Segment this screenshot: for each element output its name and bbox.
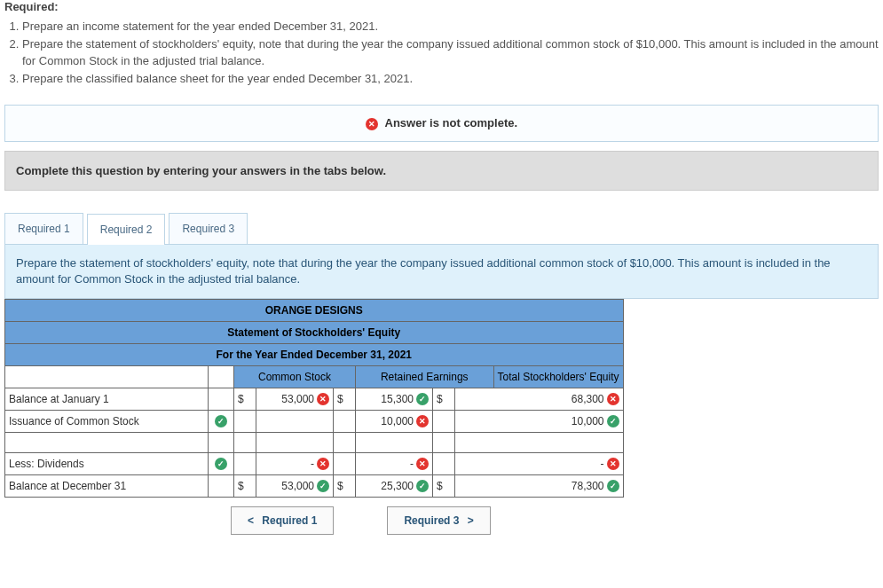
- correct-icon: [416, 393, 429, 405]
- tot-value: 68,300: [459, 393, 604, 405]
- wrong-icon: [317, 393, 329, 405]
- tot-value-cell[interactable]: -: [455, 452, 624, 474]
- tabs-instruction: Complete this question by entering your …: [4, 151, 879, 191]
- cs-value: -: [260, 458, 314, 470]
- re-value-cell[interactable]: -: [356, 452, 433, 474]
- row-label[interactable]: Less: Dividends: [5, 452, 209, 474]
- re-value-cell[interactable]: 10,000: [356, 410, 433, 432]
- instruction-3: Prepare the classified balance sheet for…: [22, 70, 879, 88]
- tot-currency: $: [433, 474, 455, 497]
- table-row: Balance at January 1 $ 53,000 $ 15,300 $…: [5, 388, 624, 410]
- re-value-cell[interactable]: 15,300: [356, 388, 433, 410]
- cs-value-cell[interactable]: 53,000: [256, 388, 334, 410]
- cs-value: 53,000: [260, 480, 314, 492]
- table-row-blank: [5, 432, 624, 452]
- row-status: [209, 388, 234, 410]
- next-label: Required 3: [404, 514, 459, 527]
- re-value-cell[interactable]: 25,300: [356, 474, 433, 497]
- row-label[interactable]: Balance at January 1: [5, 388, 209, 410]
- tot-currency: [433, 410, 455, 432]
- stmt-period: For the Year Ended December 31, 2021: [5, 343, 624, 365]
- correct-icon: [215, 458, 227, 470]
- error-icon: [366, 118, 378, 130]
- blank-label[interactable]: [5, 432, 209, 452]
- re-value: 15,300: [359, 393, 414, 405]
- wrong-icon: [317, 458, 329, 470]
- re-currency: $: [334, 388, 356, 410]
- next-button[interactable]: Required 3 >: [387, 506, 490, 535]
- tot-value: -: [459, 458, 604, 470]
- col-retained-earnings: Retained Earnings: [356, 365, 494, 388]
- wrong-icon: [607, 458, 619, 470]
- tab-note: Prepare the statement of stockholders' e…: [4, 245, 879, 299]
- alert-text: Answer is not complete.: [385, 116, 518, 129]
- blank-header: [5, 365, 209, 388]
- tot-value: 78,300: [459, 480, 604, 492]
- page-heading: Required:: [0, 0, 883, 13]
- correct-icon: [607, 480, 619, 492]
- re-value: 10,000: [359, 415, 414, 427]
- correct-icon: [215, 415, 227, 427]
- table-row: Less: Dividends - - -: [5, 452, 624, 474]
- tabs-row: Required 1 Required 2 Required 3: [4, 213, 879, 245]
- tot-value-cell[interactable]: 68,300: [455, 388, 624, 410]
- re-value: 25,300: [359, 480, 414, 492]
- instruction-2: Prepare the statement of stockholders' e…: [22, 35, 879, 70]
- tab-required-2[interactable]: Required 2: [87, 214, 166, 245]
- blank-header-icon: [209, 365, 234, 388]
- cs-currency: $: [234, 388, 256, 410]
- tot-value-cell[interactable]: 10,000: [455, 410, 624, 432]
- instruction-1: Prepare an income statement for the year…: [22, 18, 879, 35]
- tab-required-1[interactable]: Required 1: [4, 213, 83, 244]
- re-currency: [334, 410, 356, 432]
- row-status: [209, 452, 234, 474]
- row-label[interactable]: Issuance of Common Stock: [5, 410, 209, 432]
- col-common-stock: Common Stock: [234, 365, 356, 388]
- re-currency: $: [334, 474, 356, 497]
- stmt-title: Statement of Stockholders' Equity: [5, 321, 624, 343]
- cs-currency: $: [234, 474, 256, 497]
- cs-currency: [234, 410, 256, 432]
- wrong-icon: [416, 415, 429, 427]
- correct-icon: [607, 415, 619, 427]
- prev-label: Required 1: [262, 514, 317, 527]
- stockholders-equity-table: ORANGE DESIGNS Statement of Stockholders…: [4, 299, 624, 498]
- tot-value-cell[interactable]: 78,300: [455, 474, 624, 497]
- correct-icon: [317, 480, 329, 492]
- row-label[interactable]: Balance at December 31: [5, 474, 209, 497]
- wrong-icon: [607, 393, 619, 405]
- correct-icon: [416, 480, 429, 492]
- row-status: [209, 410, 234, 432]
- tot-value: 10,000: [459, 415, 604, 427]
- nav-buttons: < Required 1 Required 3 >: [231, 506, 883, 535]
- cs-value-cell[interactable]: -: [256, 452, 334, 474]
- prev-button[interactable]: < Required 1: [231, 506, 334, 535]
- table-row: Balance at December 31 $ 53,000 $ 25,300…: [5, 474, 624, 497]
- tot-currency: $: [433, 388, 455, 410]
- tab-required-3[interactable]: Required 3: [169, 213, 248, 244]
- cs-value-cell[interactable]: 53,000: [256, 474, 334, 497]
- instructions-block: Prepare an income statement for the year…: [0, 13, 883, 105]
- re-value: -: [359, 458, 414, 470]
- cs-value: 53,000: [260, 393, 314, 405]
- table-row: Issuance of Common Stock 10,000 10,000: [5, 410, 624, 432]
- col-total-equity: Total Stockholders' Equity: [493, 365, 623, 388]
- chevron-left-icon: <: [248, 514, 254, 527]
- cs-value-cell[interactable]: [256, 410, 334, 432]
- wrong-icon: [416, 458, 429, 470]
- chevron-right-icon: >: [468, 514, 474, 527]
- stmt-company: ORANGE DESIGNS: [5, 299, 624, 321]
- alert-bar: Answer is not complete.: [4, 105, 879, 142]
